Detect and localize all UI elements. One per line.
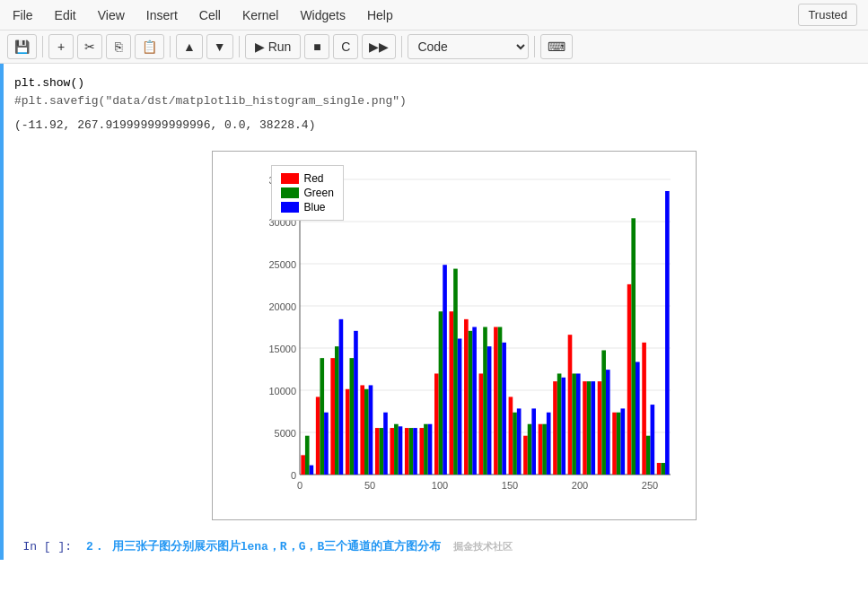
arrow-up-icon: ▲ bbox=[183, 39, 196, 54]
plus-icon: + bbox=[57, 39, 65, 54]
add-cell-button[interactable]: + bbox=[48, 34, 74, 59]
notebook: plt.show() #plt.savefig("data/dst/matplo… bbox=[0, 64, 868, 560]
keyboard-icon: ⌨ bbox=[548, 39, 566, 54]
copy-icon: ⎘ bbox=[115, 39, 122, 54]
paste-button[interactable]: 📋 bbox=[135, 34, 164, 59]
legend-color-red bbox=[281, 173, 299, 184]
next-cell: In [ ]: 2． 用三张子图分别展示图片lena，R，G，B三个通道的直方图… bbox=[0, 533, 868, 560]
y-label-10k: 10000 bbox=[268, 386, 296, 396]
next-cell-content[interactable]: 2． 用三张子图分别展示图片lena，R，G，B三个通道的直方图分布 掘金技术社… bbox=[75, 533, 868, 560]
separator-2 bbox=[170, 36, 171, 57]
run-label: Run bbox=[268, 39, 292, 54]
run-button[interactable]: ▶ Run bbox=[245, 34, 302, 59]
active-cell: plt.show() #plt.savefig("data/dst/matplo… bbox=[0, 64, 868, 533]
svg-text:200: 200 bbox=[571, 480, 587, 491]
save-button[interactable]: 💾 bbox=[7, 34, 37, 59]
legend-label-red: Red bbox=[304, 172, 324, 185]
copy-button[interactable]: ⎘ bbox=[106, 34, 131, 59]
y-label-15k: 15000 bbox=[268, 344, 296, 354]
svg-text:0: 0 bbox=[296, 480, 302, 491]
keyboard-shortcuts-button[interactable]: ⌨ bbox=[540, 34, 573, 59]
svg-text:250: 250 bbox=[641, 480, 657, 491]
legend-label-green: Green bbox=[304, 187, 334, 199]
code-block: plt.show() #plt.savefig("data/dst/matplo… bbox=[4, 67, 868, 113]
legend-item-blue: Blue bbox=[281, 201, 334, 214]
next-cell-prefix: 2． bbox=[86, 540, 105, 553]
separator-5 bbox=[534, 36, 535, 57]
legend-item-red: Red bbox=[281, 172, 334, 185]
trusted-button[interactable]: Trusted bbox=[798, 4, 857, 26]
watermark: 掘金技术社区 bbox=[453, 542, 513, 553]
restart-run-button[interactable]: ▶▶ bbox=[362, 34, 396, 59]
legend-color-green bbox=[281, 187, 299, 198]
menu-view[interactable]: View bbox=[96, 4, 127, 26]
paste-icon: 📋 bbox=[142, 39, 157, 54]
chart-wrapper: Red Green Blue 0 bbox=[212, 151, 697, 520]
stop-button[interactable]: ■ bbox=[304, 34, 329, 59]
chart-legend: Red Green Blue bbox=[271, 165, 344, 221]
move-up-button[interactable]: ▲ bbox=[176, 34, 203, 59]
chart-container: Red Green Blue 0 bbox=[4, 142, 868, 529]
cell-type-select[interactable]: Code Markdown Raw NBConvert bbox=[408, 34, 529, 59]
svg-text:100: 100 bbox=[431, 480, 447, 491]
code-line-1: plt.show() bbox=[14, 74, 857, 92]
svg-text:150: 150 bbox=[501, 480, 517, 491]
toolbar: 💾 + ✂ ⎘ 📋 ▲ ▼ ▶ Run ■ C ▶▶ Code Markdown… bbox=[0, 30, 868, 64]
y-label-20k: 20000 bbox=[268, 301, 296, 312]
menu-file[interactable]: File bbox=[11, 4, 35, 26]
save-icon: 💾 bbox=[14, 39, 30, 54]
separator-4 bbox=[401, 36, 402, 57]
menu-kernel[interactable]: Kernel bbox=[241, 4, 280, 26]
y-label-0: 0 bbox=[290, 470, 295, 481]
cell-output-text: (-11.92, 267.919999999999996, 0.0, 38228… bbox=[4, 113, 868, 142]
fast-forward-icon: ▶▶ bbox=[369, 39, 389, 54]
menu-widgets[interactable]: Widgets bbox=[298, 4, 347, 26]
stop-icon: ■ bbox=[313, 39, 320, 54]
menu-help[interactable]: Help bbox=[365, 4, 395, 26]
next-cell-text: 用三张子图分别展示图片lena，R，G，B三个通道的直方图分布 bbox=[112, 540, 442, 553]
run-icon: ▶ bbox=[255, 39, 265, 54]
code-line-2: #plt.savefig("data/dst/matplotlib_histog… bbox=[14, 92, 857, 110]
menu-edit[interactable]: Edit bbox=[53, 4, 78, 26]
legend-item-green: Green bbox=[281, 187, 334, 199]
menu-insert[interactable]: Insert bbox=[145, 4, 180, 26]
svg-text:50: 50 bbox=[364, 480, 374, 491]
separator-3 bbox=[239, 36, 240, 57]
cut-icon: ✂ bbox=[84, 39, 95, 54]
next-cell-prompt: In [ ]: bbox=[4, 533, 75, 560]
cell-input-area: plt.show() #plt.savefig("data/dst/matplo… bbox=[4, 64, 868, 533]
cut-button[interactable]: ✂ bbox=[77, 34, 102, 59]
restart-button[interactable]: C bbox=[333, 34, 358, 59]
legend-color-blue bbox=[281, 202, 299, 213]
y-label-5k: 5000 bbox=[274, 428, 295, 439]
move-down-button[interactable]: ▼ bbox=[206, 34, 233, 59]
arrow-down-icon: ▼ bbox=[214, 39, 226, 54]
menu-items: File Edit View Insert Cell Kernel Widget… bbox=[11, 4, 395, 26]
menu-cell[interactable]: Cell bbox=[197, 4, 223, 26]
y-label-25k: 25000 bbox=[268, 259, 296, 270]
legend-label-blue: Blue bbox=[304, 201, 326, 214]
restart-icon: C bbox=[341, 39, 350, 54]
separator-1 bbox=[42, 36, 43, 57]
menubar: File Edit View Insert Cell Kernel Widget… bbox=[0, 0, 868, 30]
